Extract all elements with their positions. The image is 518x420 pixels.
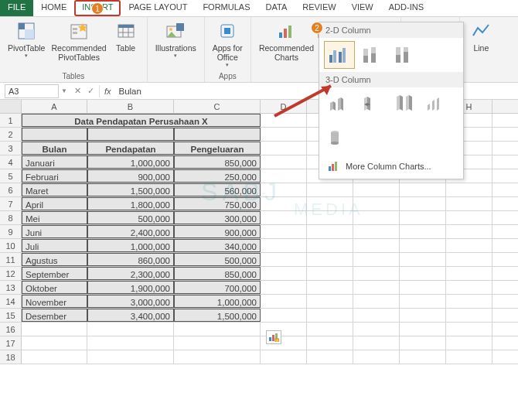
svg-rect-41: [329, 55, 332, 63]
recommended-charts-button[interactable]: Recommended Charts: [256, 19, 317, 63]
sparkline-line-button[interactable]: Line: [465, 19, 497, 54]
tab-view[interactable]: VIEW: [344, 0, 381, 16]
row-header[interactable]: 3: [0, 142, 22, 155]
cell-expense[interactable]: 750,000: [174, 197, 261, 210]
cell-expense[interactable]: 700,000: [174, 281, 261, 294]
row-header[interactable]: 4: [0, 155, 22, 169]
apps-button[interactable]: Apps for Office▾: [210, 19, 246, 70]
tab-home[interactable]: HOME: [33, 0, 74, 16]
title-cell[interactable]: Data Pendapatan Perusahaan X: [22, 114, 261, 127]
more-column-charts[interactable]: More Column Charts...: [319, 155, 463, 179]
cell-income[interactable]: 2,300,000: [87, 267, 174, 280]
enter-icon[interactable]: ✓: [87, 86, 94, 96]
row-header[interactable]: 17: [0, 336, 22, 350]
stacked-column-option[interactable]: [356, 41, 387, 69]
svg-rect-16: [224, 28, 230, 34]
tab-formulas[interactable]: FORMULAS: [195, 0, 257, 16]
cell-income[interactable]: 1,000,000: [87, 239, 174, 252]
tab-addins[interactable]: ADD-INS: [381, 0, 431, 16]
row-header[interactable]: 6: [0, 183, 22, 196]
recpivot-label: Recommended PivotTables: [51, 43, 106, 62]
cell-income[interactable]: 1,000,000: [87, 155, 174, 169]
row-header[interactable]: 14: [0, 295, 22, 308]
table-button[interactable]: Table: [110, 19, 142, 54]
tab-file[interactable]: FILE: [0, 0, 33, 16]
quick-analysis-button[interactable]: [266, 330, 281, 344]
cell-month[interactable]: April: [22, 197, 87, 210]
cell-expense[interactable]: 1,000,000: [174, 295, 261, 308]
cell-income[interactable]: 860,000: [87, 253, 174, 266]
col-header-D[interactable]: D: [261, 100, 307, 113]
name-box[interactable]: A3: [5, 84, 59, 98]
svg-marker-56: [341, 97, 343, 111]
cancel-icon[interactable]: ✕: [74, 86, 81, 96]
tab-review[interactable]: REVIEW: [295, 0, 343, 16]
row-header[interactable]: 1: [0, 114, 22, 127]
cell-expense[interactable]: 850,000: [174, 267, 261, 280]
tab-data[interactable]: DATA: [258, 0, 295, 16]
recommended-pivot-button[interactable]: Recommended PivotTables: [48, 19, 109, 63]
cell-income[interactable]: 3,400,000: [87, 309, 174, 322]
cell-month[interactable]: Februari: [22, 169, 87, 183]
tab-pagelayout[interactable]: PAGE LAYOUT: [121, 0, 195, 16]
cell-month[interactable]: Desember: [22, 309, 87, 322]
cell-income[interactable]: 1,800,000: [87, 197, 174, 210]
fx-icon[interactable]: fx: [104, 87, 111, 96]
row-header[interactable]: 2: [0, 128, 22, 141]
3d-stacked-option[interactable]: [356, 90, 387, 118]
cell-month[interactable]: September: [22, 267, 87, 280]
row-header[interactable]: 5: [0, 169, 22, 183]
cell-expense[interactable]: 300,000: [174, 211, 261, 224]
cell-month[interactable]: Januari: [22, 155, 87, 169]
cell-month[interactable]: November: [22, 295, 87, 308]
col-header-B[interactable]: B: [87, 100, 174, 113]
svg-rect-5: [73, 32, 77, 34]
3d-stacked100-option[interactable]: [389, 90, 420, 118]
row-header[interactable]: 11: [0, 253, 22, 266]
cell-month[interactable]: Juli: [22, 239, 87, 252]
row-header[interactable]: 12: [0, 267, 22, 280]
cell-expense[interactable]: 340,000: [174, 239, 261, 252]
cell-income[interactable]: 500,000: [87, 211, 174, 224]
row-header[interactable]: 16: [0, 323, 22, 336]
cell-income[interactable]: 900,000: [87, 169, 174, 183]
row-header[interactable]: 13: [0, 281, 22, 294]
svg-rect-50: [396, 55, 400, 63]
cell-month[interactable]: Oktober: [22, 281, 87, 294]
cell-income[interactable]: 2,400,000: [87, 225, 174, 238]
cell-income[interactable]: 1,900,000: [87, 281, 174, 294]
3d-clustered-option[interactable]: [324, 90, 355, 118]
cell-expense[interactable]: 1,500,000: [174, 309, 261, 322]
cell-month[interactable]: Agustus: [22, 253, 87, 266]
col-header-A[interactable]: A: [22, 100, 87, 113]
cell-month[interactable]: Juni: [22, 225, 87, 238]
cell-month[interactable]: Maret: [22, 183, 87, 196]
cell-expense[interactable]: 560,000: [174, 183, 261, 196]
cell-income[interactable]: 1,500,000: [87, 183, 174, 196]
illustrations-button[interactable]: Illustrations▾: [152, 19, 199, 60]
3d-column-option[interactable]: [421, 90, 452, 118]
row-header[interactable]: 10: [0, 239, 22, 252]
cell-income[interactable]: 3,000,000: [87, 295, 174, 308]
quick-analysis-icon: [268, 333, 279, 342]
svg-rect-8: [118, 25, 134, 28]
pivottable-button[interactable]: PivotTable▾: [5, 19, 48, 60]
row-header[interactable]: 7: [0, 197, 22, 210]
cell-month[interactable]: Mei: [22, 211, 87, 224]
row-header[interactable]: 9: [0, 225, 22, 238]
row-header[interactable]: 15: [0, 309, 22, 322]
row-header[interactable]: 8: [0, 211, 22, 224]
cell-expense[interactable]: 250,000: [174, 169, 261, 183]
row-header[interactable]: 18: [0, 350, 22, 364]
cell-expense[interactable]: 500,000: [174, 253, 261, 266]
svg-rect-52: [404, 52, 408, 63]
clustered-column-option[interactable]: [324, 41, 355, 69]
cell-expense[interactable]: 900,000: [174, 225, 261, 238]
stacked100-column-option[interactable]: [389, 41, 420, 69]
3d-cylinder-option[interactable]: [324, 125, 355, 152]
more-charts-icon: [327, 160, 339, 172]
cell-expense[interactable]: 850,000: [174, 155, 261, 169]
col-header-C[interactable]: C: [174, 100, 261, 113]
illustrations-icon: [165, 20, 186, 42]
select-all-corner[interactable]: [0, 100, 22, 113]
